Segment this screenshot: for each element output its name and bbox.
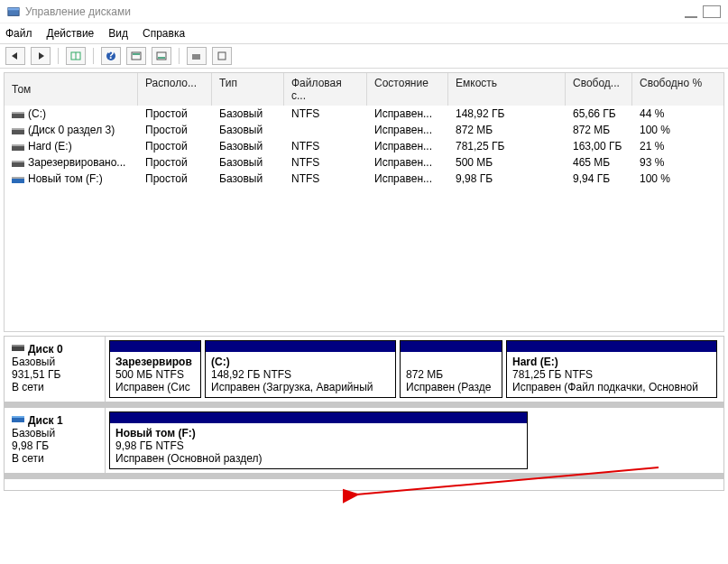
- partition[interactable]: Hard (E:)781,25 ГБ NTFSИсправен (Файл по…: [506, 340, 717, 398]
- cell-fs: NTFS: [284, 171, 367, 186]
- help-button[interactable]: ?: [101, 47, 121, 65]
- partition-size: 9,98 ГБ NTFS: [115, 439, 184, 452]
- partition-body: Новый том (F:) 9,98 ГБ NTFS Исправен (Ос…: [110, 423, 527, 468]
- back-button[interactable]: [5, 47, 25, 65]
- partition-title: (C:): [211, 356, 230, 368]
- col-type[interactable]: Тип: [212, 73, 284, 106]
- menu-view[interactable]: Вид: [108, 27, 128, 40]
- volume-name: Новый том (F:): [28, 172, 103, 185]
- menu-file[interactable]: Файл: [5, 27, 32, 40]
- menu-action[interactable]: Действие: [47, 27, 95, 40]
- disk-0-name: Диск 0: [28, 343, 63, 356]
- cell-capacity: 781,25 ГБ: [448, 139, 566, 153]
- toolbar: ?: [0, 43, 728, 69]
- col-freepct[interactable]: Свободно %: [632, 73, 714, 106]
- properties-button[interactable]: [212, 47, 232, 65]
- svg-rect-9: [158, 57, 165, 59]
- table-body: (C:)ПростойБазовыйNTFSИсправен...148,92 …: [5, 106, 723, 331]
- cell-free: 872 МБ: [566, 123, 632, 137]
- volume-name: Зарезервировано...: [28, 156, 125, 169]
- partition[interactable]: Зарезервиров500 МБ NTFSИсправен (Сис: [109, 340, 201, 398]
- svg-rect-19: [12, 161, 24, 162]
- volume-icon: [12, 109, 24, 118]
- disk-1-size: 9,98 ГБ: [12, 439, 97, 452]
- view-bottom-button[interactable]: [152, 47, 171, 65]
- partition-title: Новый том (F:): [115, 427, 196, 439]
- maximize-button[interactable]: [703, 5, 721, 18]
- table-row[interactable]: (Диск 0 раздел 3)ПростойБазовыйИсправен.…: [5, 122, 723, 138]
- disk-1-row[interactable]: Диск 1 Базовый 9,98 ГБ В сети Новый том …: [5, 408, 723, 474]
- partition[interactable]: (C:)148,92 ГБ NTFSИсправен (Загрузка, Ав…: [205, 340, 396, 398]
- svg-rect-13: [12, 112, 24, 114]
- partition-stripe: [507, 341, 716, 352]
- cell-free: 163,00 ГБ: [566, 139, 632, 153]
- partition-size: 872 МБ: [406, 368, 443, 381]
- disk-0-type: Базовый: [12, 356, 97, 368]
- col-free[interactable]: Свобод...: [566, 73, 632, 106]
- partition-body: 872 МБИсправен (Разде: [401, 352, 502, 397]
- cell-type: Базовый: [212, 106, 284, 121]
- table-row[interactable]: (C:)ПростойБазовыйNTFSИсправен...148,92 …: [5, 106, 723, 122]
- cell-state: Исправен...: [367, 171, 448, 186]
- disk-0-size: 931,51 ГБ: [12, 368, 97, 381]
- svg-rect-17: [12, 144, 24, 146]
- legend: [5, 479, 723, 490]
- col-volume[interactable]: Том: [5, 73, 138, 106]
- volume-icon: [12, 174, 24, 183]
- cell-freepct: 44 %: [632, 106, 714, 121]
- view-list-button[interactable]: [66, 47, 86, 65]
- volume-icon: [12, 142, 24, 151]
- svg-rect-1: [8, 7, 19, 10]
- disk-0-row[interactable]: Диск 0 Базовый 931,51 ГБ В сети Зарезерв…: [5, 337, 723, 402]
- col-state[interactable]: Состояние: [367, 73, 448, 106]
- disk-icon: [12, 413, 24, 427]
- table-header: Том Располо... Тип Файловая с... Состоян…: [5, 73, 723, 106]
- cell-layout: Простой: [138, 171, 212, 186]
- forward-button[interactable]: [31, 47, 51, 65]
- col-filesystem[interactable]: Файловая с...: [284, 73, 367, 106]
- disk-1-type: Базовый: [12, 427, 97, 439]
- cell-freepct: 93 %: [632, 155, 714, 170]
- cell-state: Исправен...: [367, 139, 448, 153]
- menu-help[interactable]: Справка: [143, 27, 185, 40]
- minimize-button[interactable]: [685, 5, 697, 18]
- svg-rect-15: [12, 128, 24, 130]
- disk-graphical-view: Диск 0 Базовый 931,51 ГБ В сети Зарезерв…: [4, 336, 724, 491]
- view-top-button[interactable]: [126, 47, 146, 65]
- cell-layout: Простой: [138, 106, 212, 121]
- table-row[interactable]: Зарезервировано...ПростойБазовыйNTFSИспр…: [5, 154, 723, 171]
- col-layout[interactable]: Располо...: [138, 73, 212, 106]
- partition-size: 500 МБ NTFS: [115, 368, 184, 381]
- svg-rect-7: [133, 53, 140, 55]
- partition-state: Исправен (Загрузка, Аварийный: [211, 381, 373, 393]
- titlebar: Управление дисками: [0, 0, 728, 23]
- partition[interactable]: Новый том (F:) 9,98 ГБ NTFS Исправен (Ос…: [109, 411, 528, 469]
- menubar: Файл Действие Вид Справка: [0, 23, 728, 43]
- refresh-button[interactable]: [187, 47, 207, 65]
- disk-1-partitions: Новый том (F:) 9,98 ГБ NTFS Исправен (Ос…: [106, 408, 723, 473]
- cell-freepct: 100 %: [632, 171, 714, 186]
- cell-type: Базовый: [212, 123, 284, 137]
- table-row[interactable]: Новый том (F:)ПростойБазовыйNTFSИсправен…: [5, 171, 723, 187]
- volume-name: Hard (E:): [28, 140, 72, 153]
- svg-rect-10: [192, 54, 200, 60]
- cell-layout: Простой: [138, 155, 212, 170]
- cell-type: Базовый: [212, 171, 284, 186]
- volume-name: (Диск 0 раздел 3): [28, 124, 115, 136]
- disk-1-status: В сети: [12, 452, 97, 465]
- cell-free: 65,66 ГБ: [566, 106, 632, 121]
- app-icon: [7, 5, 20, 18]
- cell-layout: Простой: [138, 139, 212, 153]
- partition-title: Зарезервиров: [115, 356, 192, 368]
- svg-rect-11: [218, 52, 226, 60]
- partition-state: Исправен (Сис: [115, 381, 190, 393]
- cell-freepct: 21 %: [632, 139, 714, 153]
- cell-freepct: 100 %: [632, 123, 714, 137]
- partition-body: Hard (E:)781,25 ГБ NTFSИсправен (Файл по…: [507, 352, 716, 397]
- table-row[interactable]: Hard (E:)ПростойБазовыйNTFSИсправен...78…: [5, 138, 723, 154]
- window-title: Управление дисками: [25, 5, 679, 18]
- cell-type: Базовый: [212, 155, 284, 170]
- partition-title: Hard (E:): [512, 356, 558, 368]
- col-capacity[interactable]: Емкость: [448, 73, 566, 106]
- partition[interactable]: 872 МБИсправен (Разде: [400, 340, 502, 398]
